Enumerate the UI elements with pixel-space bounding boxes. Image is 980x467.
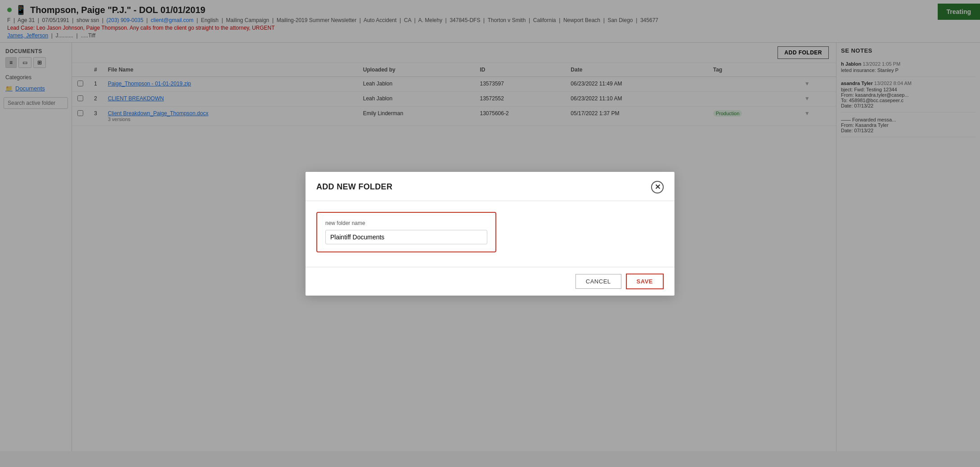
modal-body: new folder name [306, 201, 674, 267]
save-button[interactable]: SAVE [626, 274, 664, 289]
folder-name-input[interactable] [325, 230, 487, 244]
modal-header: ADD NEW FOLDER ✕ [306, 172, 674, 201]
folder-name-field-group: new folder name [316, 212, 496, 252]
modal-footer: CANCEL SAVE [306, 267, 674, 296]
modal-close-button[interactable]: ✕ [651, 181, 664, 193]
modal-title: ADD NEW FOLDER [316, 182, 392, 192]
modal-overlay: ADD NEW FOLDER ✕ new folder name CANCEL … [0, 0, 980, 451]
folder-name-label: new folder name [325, 220, 487, 226]
add-folder-modal: ADD NEW FOLDER ✕ new folder name CANCEL … [306, 172, 674, 296]
cancel-button[interactable]: CANCEL [575, 274, 621, 289]
